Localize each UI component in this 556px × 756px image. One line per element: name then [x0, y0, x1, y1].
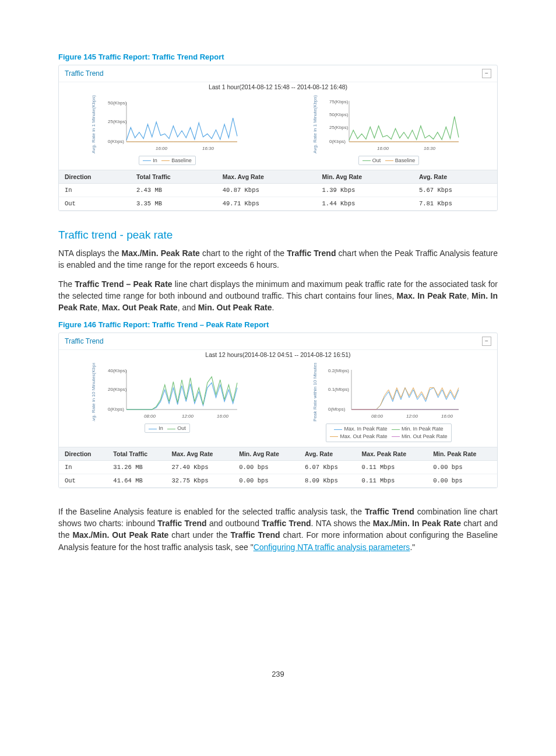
svg-text:16:00: 16:00: [156, 146, 168, 151]
figure-145-tbody: In2.43 MB40.87 Kbps1.39 Kbps5.67 KbpsOut…: [59, 184, 497, 211]
panel-subtitle: Last 1 hour(2014-08-12 15:48 -- 2014-08-…: [59, 82, 497, 93]
svg-text:Avg. Rate in 10 Minutes(Kbps): Avg. Rate in 10 Minutes(Kbps): [92, 363, 96, 421]
tail-paragraph: If the Baseline Analysis feature is enab…: [58, 506, 498, 553]
figure-146-tbody: In31.26 MB27.40 Kbps0.00 bps6.07 Kbps0.1…: [59, 460, 497, 487]
link-configuring-nta[interactable]: Configuring NTA traffic analysis paramet…: [254, 542, 410, 552]
svg-text:12:00: 12:00: [182, 414, 194, 419]
svg-text:20(Kbps): 20(Kbps): [108, 387, 127, 392]
page: Figure 145 Traffic Report: Traffic Trend…: [0, 0, 556, 713]
paragraph-2: The Traffic Trend – Peak Rate line chart…: [58, 278, 498, 314]
page-number: 239: [58, 670, 498, 678]
chart-146-out: [126, 377, 237, 410]
panel-title: Traffic Trend: [65, 69, 104, 78]
svg-text:16:00: 16:00: [441, 414, 453, 419]
legend-in: In Baseline: [139, 156, 196, 165]
panel-header-146: Traffic Trend −: [59, 333, 497, 349]
table-row: Out41.64 MB32.75 Kbps0.00 bps8.09 Kbps0.…: [59, 474, 497, 487]
col-total: Total Traffic: [131, 170, 217, 184]
col-max: Max. Avg Rate: [217, 170, 316, 184]
table-header-row: Direction Total Traffic Max. Avg Rate Mi…: [59, 170, 497, 184]
panel-subtitle-146: Last 12 hours(2014-08-12 04:51 -- 2014-0…: [59, 349, 497, 360]
svg-text:0(Kbps): 0(Kbps): [329, 139, 346, 144]
table-row: Out3.35 MB49.71 Kbps1.44 Kbps7.81 Kbps: [59, 197, 497, 211]
legend-146-left: In Out: [145, 424, 190, 433]
svg-text:16:30: 16:30: [202, 146, 214, 151]
charts-row: Avg. Rate in 1 Minute(Kbps) 50(Kbps) 25(…: [59, 93, 497, 170]
figure-145-table: Direction Total Traffic Max. Avg Rate Mi…: [59, 170, 497, 211]
svg-text:75(Kbps): 75(Kbps): [329, 99, 349, 104]
svg-text:Avg. Rate in 1 Minute(Kbps): Avg. Rate in 1 Minute(Kbps): [92, 95, 96, 153]
svg-text:0.2(Mbps): 0.2(Mbps): [328, 368, 349, 373]
paragraph-1: NTA displays the Max./Min. Peak Rate cha…: [58, 247, 498, 271]
svg-text:25(Kbps): 25(Kbps): [329, 125, 349, 130]
svg-text:40(Kbps): 40(Kbps): [108, 368, 127, 373]
svg-text:Peak Rate within 10 Minutes: Peak Rate within 10 Minutes: [313, 363, 318, 421]
svg-text:08:00: 08:00: [144, 414, 156, 419]
chart-146-maxin: [351, 388, 459, 410]
figure-145-panel: Traffic Trend − Last 1 hour(2014-08-12 1…: [58, 65, 498, 211]
charts-row-146: Avg. Rate in 10 Minutes(Kbps) 40(Kbps) 2…: [59, 360, 497, 446]
svg-text:Avg. Rate in 1 Minute(Kbps): Avg. Rate in 1 Minute(Kbps): [313, 95, 318, 153]
svg-text:0.1(Mbps): 0.1(Mbps): [328, 387, 349, 392]
col-direction: Direction: [59, 170, 131, 184]
table-header-row: Direction Total Traffic Max. Avg Rate Mi…: [59, 447, 497, 460]
chart-146-in: [126, 383, 237, 410]
figure-146-table: Direction Total Traffic Max. Avg Rate Mi…: [59, 447, 497, 488]
col-min: Min. Avg Rate: [316, 170, 413, 184]
svg-text:50(Kbps): 50(Kbps): [329, 112, 349, 117]
svg-text:16:30: 16:30: [424, 146, 436, 151]
legend-out: Out Baseline: [358, 156, 420, 165]
chart-out-line: [349, 117, 459, 141]
svg-text:16:00: 16:00: [377, 146, 389, 151]
minimize-button[interactable]: −: [482, 69, 491, 78]
figure-145-caption: Figure 145 Traffic Report: Traffic Trend…: [58, 52, 498, 61]
table-row: In31.26 MB27.40 Kbps0.00 bps6.07 Kbps0.1…: [59, 460, 497, 474]
svg-text:25(Kbps): 25(Kbps): [108, 119, 127, 124]
figure-146-panel: Traffic Trend − Last 12 hours(2014-08-12…: [58, 332, 498, 488]
chart-146-right: Peak Rate within 10 Minutes 0.2(Mbps) 0.…: [313, 363, 464, 442]
svg-text:0(Kbps): 0(Kbps): [108, 407, 124, 412]
svg-text:50(Kbps): 50(Kbps): [108, 100, 127, 106]
panel-title-146: Traffic Trend: [65, 337, 104, 345]
table-row: In2.43 MB40.87 Kbps1.39 Kbps5.67 Kbps: [59, 184, 497, 197]
svg-text:12:00: 12:00: [406, 414, 418, 419]
chart-146-left: Avg. Rate in 10 Minutes(Kbps) 40(Kbps) 2…: [92, 363, 243, 442]
svg-text:0(Mbps): 0(Mbps): [328, 407, 346, 412]
chart-out-svg: Avg. Rate in 1 Minute(Kbps) 75(Kbps) 50(…: [313, 95, 464, 153]
chart-in-svg: Avg. Rate in 1 Minute(Kbps) 50(Kbps) 25(…: [92, 95, 243, 153]
minimize-button-146[interactable]: −: [482, 337, 491, 346]
chart-in: Avg. Rate in 1 Minute(Kbps) 50(Kbps) 25(…: [92, 95, 243, 165]
figure-146-caption: Figure 146 Traffic Report: Traffic Trend…: [58, 320, 498, 329]
svg-text:0(Kbps): 0(Kbps): [108, 139, 124, 144]
svg-text:08:00: 08:00: [371, 414, 383, 419]
legend-146-right: Max. In Peak Rate Min. In Peak Rate Max.…: [326, 424, 451, 442]
chart-in-line: [126, 118, 237, 140]
col-avg: Avg. Rate: [413, 170, 497, 184]
panel-header: Traffic Trend −: [59, 65, 497, 82]
svg-text:16:00: 16:00: [217, 414, 229, 419]
chart-out: Avg. Rate in 1 Minute(Kbps) 75(Kbps) 50(…: [313, 95, 464, 165]
section-heading: Traffic trend - peak rate: [58, 229, 498, 242]
